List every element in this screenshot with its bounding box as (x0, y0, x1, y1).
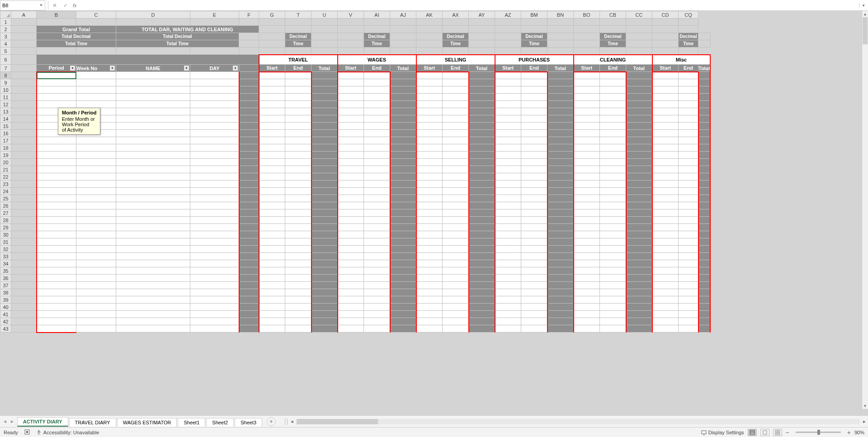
cell[interactable] (469, 267, 495, 275)
cell[interactable] (76, 318, 116, 325)
col-header[interactable]: D (116, 11, 190, 19)
cell[interactable]: End (443, 65, 469, 72)
cell[interactable] (416, 159, 443, 166)
cell[interactable] (469, 202, 495, 209)
cell[interactable] (338, 195, 364, 202)
cell[interactable] (521, 296, 547, 304)
cell[interactable] (76, 159, 116, 166)
cell[interactable] (390, 115, 416, 123)
cell[interactable] (626, 19, 652, 26)
cell[interactable] (416, 202, 443, 209)
cell[interactable] (547, 188, 574, 195)
cell[interactable] (443, 253, 469, 260)
cell[interactable] (495, 48, 521, 55)
cell[interactable] (239, 238, 259, 246)
cell[interactable] (11, 48, 37, 55)
cell[interactable] (190, 166, 239, 173)
cell[interactable] (37, 318, 76, 325)
cell[interactable] (239, 275, 259, 282)
cell[interactable] (390, 40, 416, 48)
cell[interactable] (495, 33, 521, 40)
cell[interactable] (626, 137, 652, 144)
cell[interactable] (285, 195, 311, 202)
cell[interactable] (311, 115, 338, 123)
cell[interactable] (574, 296, 600, 304)
cell[interactable] (698, 108, 711, 115)
cell[interactable] (547, 152, 574, 159)
cell[interactable] (652, 101, 679, 108)
cell[interactable] (311, 173, 338, 180)
cell[interactable] (547, 159, 574, 166)
cell[interactable] (652, 79, 679, 86)
cell[interactable] (679, 325, 698, 332)
col-header[interactable]: CC (626, 11, 652, 19)
cell[interactable] (495, 180, 521, 188)
cell[interactable]: Total Time (37, 40, 116, 48)
cell[interactable] (443, 94, 469, 101)
cell[interactable] (390, 304, 416, 311)
cell[interactable] (652, 152, 679, 159)
cell[interactable] (698, 195, 711, 202)
cell[interactable] (285, 115, 311, 123)
cell[interactable] (626, 159, 652, 166)
cell[interactable] (239, 65, 259, 72)
cell[interactable]: Total (311, 65, 338, 72)
cell[interactable] (338, 296, 364, 304)
col-header[interactable]: A (11, 11, 37, 19)
cell[interactable] (37, 202, 76, 209)
cell[interactable] (495, 209, 521, 217)
cell[interactable] (190, 267, 239, 275)
cell[interactable] (285, 173, 311, 180)
cell[interactable] (239, 86, 259, 94)
cell[interactable] (652, 289, 679, 296)
cell[interactable] (600, 260, 626, 267)
cell[interactable] (495, 94, 521, 101)
cell[interactable] (285, 152, 311, 159)
cell[interactable] (311, 79, 338, 86)
cell[interactable] (311, 224, 338, 231)
cell[interactable] (190, 238, 239, 246)
col-header[interactable]: AZ (495, 11, 521, 19)
cell[interactable] (600, 123, 626, 130)
cell[interactable] (469, 304, 495, 311)
cell[interactable] (679, 202, 698, 209)
cell[interactable] (311, 137, 338, 144)
cell[interactable] (416, 130, 443, 137)
cell[interactable] (338, 209, 364, 217)
cell[interactable] (416, 86, 443, 94)
cell[interactable] (116, 130, 190, 137)
cell[interactable] (521, 282, 547, 289)
cell[interactable] (652, 48, 679, 55)
cell[interactable] (76, 304, 116, 311)
cell[interactable] (364, 101, 390, 108)
col-header[interactable]: V (338, 11, 364, 19)
col-header[interactable]: AY (469, 11, 495, 19)
cell[interactable] (698, 318, 711, 325)
cell[interactable] (285, 224, 311, 231)
cell[interactable] (679, 94, 698, 101)
cell[interactable] (495, 195, 521, 202)
cell[interactable] (652, 19, 679, 26)
cell[interactable] (495, 72, 521, 79)
cell[interactable] (495, 86, 521, 94)
cell[interactable] (469, 86, 495, 94)
row-header[interactable]: 22 (0, 173, 11, 180)
cell[interactable] (469, 231, 495, 238)
cell[interactable] (652, 231, 679, 238)
col-header[interactable]: AJ (390, 11, 416, 19)
cell[interactable] (338, 275, 364, 282)
cell[interactable] (11, 65, 37, 72)
cell[interactable] (469, 173, 495, 180)
cell[interactable] (364, 79, 390, 86)
cell[interactable] (626, 304, 652, 311)
cell[interactable] (443, 202, 469, 209)
cell[interactable] (469, 137, 495, 144)
cell[interactable] (574, 325, 600, 332)
cell[interactable] (311, 195, 338, 202)
cell[interactable] (116, 79, 190, 86)
cell[interactable] (416, 123, 443, 130)
cell[interactable] (443, 159, 469, 166)
cell[interactable]: End (285, 65, 311, 72)
cell[interactable] (285, 289, 311, 296)
scroll-down-icon[interactable]: ▼ (862, 403, 868, 409)
